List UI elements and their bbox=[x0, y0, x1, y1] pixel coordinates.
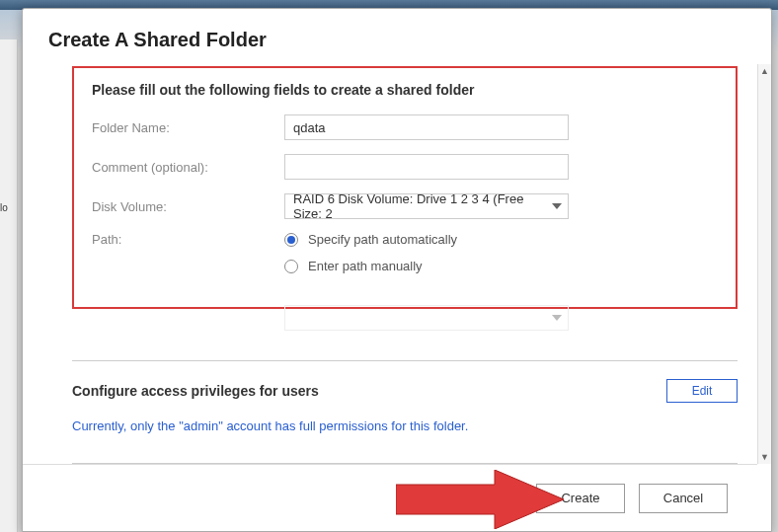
input-folder-name[interactable] bbox=[284, 114, 569, 140]
scrollbar[interactable]: ▲ ▼ bbox=[757, 64, 771, 464]
radio-icon bbox=[284, 233, 298, 247]
privileges-heading: Configure access privileges for users bbox=[72, 383, 319, 399]
row-disk-volume: Disk Volume: RAID 6 Disk Volume: Drive 1… bbox=[92, 192, 718, 220]
dialog-body: Please fill out the following fields to … bbox=[23, 64, 771, 464]
highlighted-section: Please fill out the following fields to … bbox=[72, 66, 738, 309]
label-path: Path: bbox=[92, 232, 284, 247]
row-path: Path: Specify path automatically Enter p… bbox=[92, 232, 718, 273]
label-comment: Comment (optional): bbox=[92, 160, 284, 175]
dialog-title: Create A Shared Folder bbox=[23, 9, 771, 67]
chevron-down-icon bbox=[552, 203, 562, 209]
row-folder-name: Folder Name: bbox=[92, 114, 718, 141]
radio-group-path: Specify path automatically Enter path ma… bbox=[284, 232, 457, 273]
edit-button[interactable]: Edit bbox=[666, 379, 738, 403]
radio-label: Enter path manually bbox=[308, 259, 423, 273]
label-disk-volume: Disk Volume: bbox=[92, 199, 284, 214]
section-heading: Please fill out the following fields to … bbox=[92, 82, 718, 98]
create-shared-folder-dialog: Create A Shared Folder Please fill out t… bbox=[22, 8, 772, 532]
row-comment: Comment (optional): bbox=[92, 153, 718, 181]
background-sidebar-fragment: lo bbox=[0, 39, 18, 532]
privileges-note: Currently, only the "admin" account has … bbox=[72, 418, 738, 433]
radio-specify-auto[interactable]: Specify path automatically bbox=[284, 232, 457, 247]
radio-enter-manual[interactable]: Enter path manually bbox=[284, 259, 457, 273]
cancel-button[interactable]: Cancel bbox=[639, 484, 728, 513]
chevron-down-icon bbox=[552, 315, 562, 321]
radio-icon bbox=[284, 260, 298, 273]
scroll-down-icon[interactable]: ▼ bbox=[758, 450, 771, 464]
collapsed-path-select[interactable] bbox=[284, 305, 569, 331]
create-button[interactable]: Create bbox=[536, 484, 625, 513]
dialog-footer: Create Cancel bbox=[23, 464, 757, 531]
input-comment[interactable] bbox=[284, 154, 569, 180]
privileges-section: Configure access privileges for users Ed… bbox=[72, 379, 738, 403]
label-folder-name: Folder Name: bbox=[92, 120, 284, 135]
scroll-up-icon[interactable]: ▲ bbox=[758, 64, 771, 78]
select-disk-volume-value: RAID 6 Disk Volume: Drive 1 2 3 4 (Free … bbox=[293, 191, 546, 221]
select-disk-volume[interactable]: RAID 6 Disk Volume: Drive 1 2 3 4 (Free … bbox=[284, 193, 569, 219]
radio-label: Specify path automatically bbox=[308, 232, 457, 247]
divider bbox=[72, 360, 738, 361]
